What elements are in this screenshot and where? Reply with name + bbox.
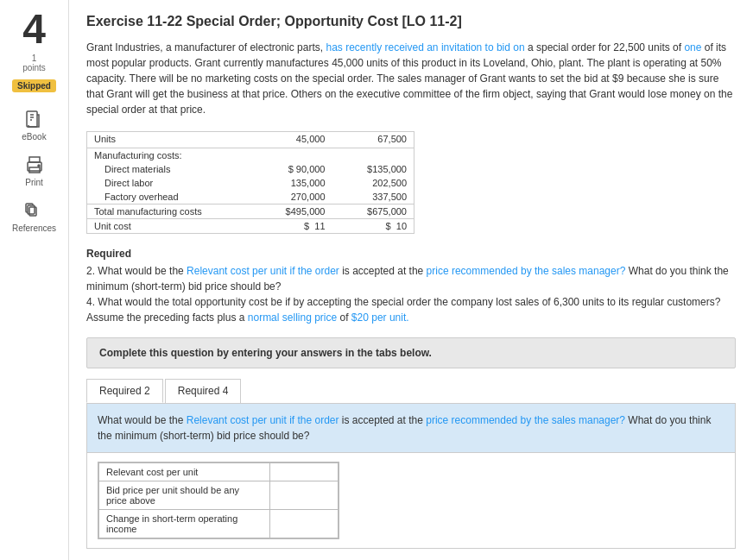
- direct-labor-45: 135,000: [250, 176, 332, 190]
- svg-rect-0: [27, 111, 37, 127]
- complete-question-box: Complete this question by entering your …: [86, 337, 736, 368]
- table-header-row: Units 45,000 67,500: [87, 132, 414, 148]
- answer-label-2: Bid price per unit should be any price a…: [99, 481, 270, 510]
- ebook-label: eBook: [22, 132, 46, 142]
- mfg-costs-label: Manufacturing costs:: [87, 148, 250, 163]
- points-value: 1: [22, 53, 46, 63]
- factory-overhead-label: Factory overhead: [87, 190, 250, 204]
- operating-income-input[interactable]: [277, 519, 331, 529]
- relevant-cost-input[interactable]: [277, 467, 331, 477]
- table-row: Manufacturing costs:: [87, 148, 414, 163]
- answer-row: Bid price per unit should be any price a…: [99, 481, 339, 510]
- direct-materials-67: $135,000: [332, 162, 414, 176]
- tabs-container: Required 2 Required 4: [86, 379, 736, 404]
- factory-overhead-45: 270,000: [250, 190, 332, 204]
- references-label: References: [12, 223, 56, 233]
- unit-cost-45: $ 11: [250, 219, 332, 234]
- print-label: Print: [25, 178, 43, 187]
- svg-point-4: [38, 165, 40, 167]
- unit-cost-label: Unit cost: [87, 219, 250, 234]
- svg-rect-1: [29, 157, 40, 162]
- table-row: Direct labor 135,000 202,500: [87, 176, 414, 190]
- cost-table: Units 45,000 67,500 Manufacturing costs:…: [86, 131, 414, 234]
- points-section: 1 points: [22, 53, 46, 72]
- required-title: Required: [86, 248, 736, 260]
- total-row: Total manufacturing costs $495,000 $675,…: [87, 204, 414, 219]
- print-icon[interactable]: Print: [24, 155, 45, 187]
- required-section: Required 2. What would be the Relevant c…: [86, 248, 736, 325]
- answer-row: Change in short-term operating income: [99, 510, 339, 538]
- table-row: Direct materials $ 90,000 $135,000: [87, 162, 414, 176]
- required-2-text: 2. What would be the Relevant cost per u…: [86, 263, 736, 294]
- factory-overhead-67: 337,500: [332, 190, 414, 204]
- direct-labor-label: Direct labor: [87, 176, 250, 190]
- answer-row: Relevant cost per unit: [99, 463, 339, 481]
- tab-description: What would be the Relevant cost per unit…: [87, 404, 735, 453]
- units-67500: 67,500: [332, 132, 414, 148]
- units-label: Units: [87, 132, 250, 148]
- total-mfg-label: Total manufacturing costs: [87, 204, 250, 219]
- answer-input-cell-2[interactable]: [269, 481, 338, 510]
- direct-materials-label: Direct materials: [87, 162, 250, 176]
- references-icon[interactable]: References: [12, 201, 56, 233]
- tab-required-2[interactable]: Required 2: [86, 379, 163, 403]
- main-content: Exercise 11-22 Special Order; Opportunit…: [69, 0, 753, 560]
- svg-rect-3: [29, 167, 40, 173]
- exercise-title: Exercise 11-22 Special Order; Opportunit…: [86, 14, 736, 29]
- complete-box-text: Complete this question by entering your …: [99, 347, 432, 359]
- answer-input-cell-1[interactable]: [269, 463, 338, 481]
- answer-label-1: Relevant cost per unit: [99, 463, 270, 481]
- answer-table: Relevant cost per unit Bid price per uni…: [98, 462, 339, 539]
- table-row: Factory overhead 270,000 337,500: [87, 190, 414, 204]
- intro-text: Grant Industries, a manufacturer of elec…: [86, 40, 736, 117]
- unit-cost-row: Unit cost $ 11 $ 10: [87, 219, 414, 234]
- tab-required-4[interactable]: Required 4: [165, 379, 242, 403]
- direct-labor-67: 202,500: [332, 176, 414, 190]
- sidebar: 4 1 points Skipped eBook Print: [0, 0, 69, 560]
- tab-content-area: What would be the Relevant cost per unit…: [86, 404, 736, 549]
- unit-cost-67: $ 10: [332, 219, 414, 234]
- direct-materials-45: $ 90,000: [250, 162, 332, 176]
- required-4-text: 4. What would the total opportunity cost…: [86, 294, 736, 325]
- bid-price-input[interactable]: [277, 490, 331, 500]
- question-number: 4: [22, 9, 46, 50]
- total-mfg-45: $495,000: [250, 204, 332, 219]
- answer-input-cell-3[interactable]: [269, 510, 338, 538]
- ebook-icon[interactable]: eBook: [22, 110, 46, 142]
- answer-label-3: Change in short-term operating income: [99, 510, 270, 538]
- units-45000: 45,000: [250, 132, 332, 148]
- skipped-badge: Skipped: [12, 79, 56, 92]
- points-sub: points: [22, 63, 46, 72]
- total-mfg-67: $675,000: [332, 204, 414, 219]
